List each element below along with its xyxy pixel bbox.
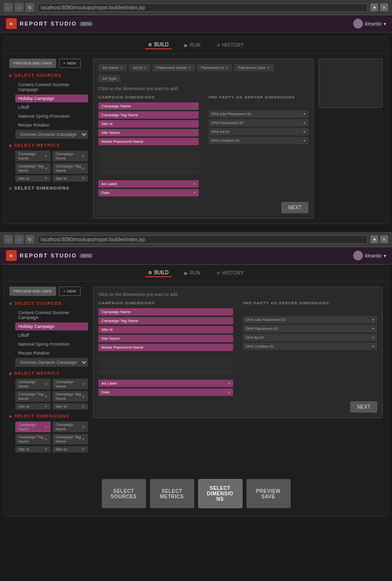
address-bar[interactable]: localhost:8080/mockups/report-builder/in… (37, 3, 367, 12)
forward-button[interactable]: → (15, 3, 24, 12)
dim-pill-right[interactable]: Campaign Tag Name ✕ (53, 434, 88, 445)
dim-dfa-ad[interactable]: DFA Ad ID ▾ (209, 128, 309, 135)
tab-history-2[interactable]: ↺ HISTORY (213, 269, 247, 277)
metric-remove-icon[interactable]: ✕ (44, 404, 48, 409)
metric-pill-left[interactable]: Campaign Tag Name ✕ (15, 163, 51, 174)
campaign-select[interactable]: Summer Dynamic Campaign (15, 130, 88, 139)
metric-pill-2-left[interactable]: Campaign Name ✕ (15, 379, 51, 389)
metric-remove-icon[interactable]: ✕ (82, 176, 85, 181)
preview-save-button[interactable]: PREVIEW AND SAVE (9, 59, 56, 68)
select-sources-action[interactable]: SELECTSOURCES (102, 479, 146, 508)
dim2-site-name[interactable]: Site Name (98, 335, 233, 342)
new-button-2[interactable]: + NEW (59, 287, 81, 296)
tab-build[interactable]: ⚙ BUILD (145, 41, 171, 49)
forward-button-2[interactable]: → (15, 235, 24, 244)
metric-pill-left[interactable]: Site Id ✕ (15, 175, 51, 182)
dim-campaign-name[interactable]: Campaign Name (98, 102, 199, 110)
campaign-item[interactable]: Content Connect Summer Campaign (15, 81, 88, 94)
metric-remove-icon[interactable]: ✕ (82, 404, 85, 409)
tab-history[interactable]: ↺ HISTORY (213, 41, 247, 49)
dim-remove-icon[interactable]: ✕ (44, 425, 48, 429)
refresh-button-2[interactable]: ↻ (26, 235, 34, 244)
metric-remove-icon[interactable]: ✕ (82, 382, 85, 387)
dim-dfa-site-placement[interactable]: DFA Site Placement ID ▾ (209, 110, 309, 118)
campaign-item[interactable]: Liftoff (15, 103, 88, 111)
campaign-item-selected[interactable]: Holiday Campaign (15, 95, 88, 102)
filter-placement-id[interactable]: Placement Id ✕ (197, 64, 232, 71)
next-button[interactable]: NEXT (281, 202, 308, 213)
select-sources-header[interactable]: ▶ SELECT SOURCES (9, 73, 88, 78)
metric-remove-icon[interactable]: ✕ (44, 394, 48, 399)
metric-remove-icon[interactable]: ✕ (44, 154, 48, 159)
dim-pill-left[interactable]: Site Id ✕ (15, 446, 51, 452)
tab-run-2[interactable]: ▶ RUN (181, 269, 204, 277)
dim-media-placement-name[interactable]: Media Placement Name (98, 138, 199, 145)
dim2-campaign-tag-name[interactable]: Campaign Tag Name (98, 317, 233, 324)
metric-pill-2-right[interactable]: Campaign Name ✕ (53, 379, 88, 389)
metric-remove-icon[interactable]: ✕ (44, 176, 48, 181)
nav-buttons[interactable]: ← → ↻ (4, 3, 34, 12)
metric-remove-icon[interactable]: ✕ (82, 394, 85, 399)
filter-remove-icon[interactable]: ✕ (188, 66, 191, 70)
select-dimensions-action[interactable]: SELECTDIMENSIONS (198, 479, 242, 508)
filter-placement-name[interactable]: Placement Name ✕ (152, 64, 195, 71)
address-bar-2[interactable]: localhost:8080/mockups/report-builder/in… (37, 235, 367, 244)
metric-remove-icon[interactable]: ✕ (82, 166, 85, 171)
dim2-ad-label[interactable]: Ad Label ▾ (98, 380, 233, 387)
metric-remove-icon[interactable]: ✕ (82, 154, 85, 159)
dim-campaign-tag-name[interactable]: Campaign Tag Name (98, 111, 199, 119)
dim-pill-left[interactable]: Campaign Name ✕ (15, 421, 51, 432)
back-button-2[interactable]: ← (4, 235, 13, 244)
dim-site-name[interactable]: Site Name (98, 129, 199, 136)
metric-remove-icon[interactable]: ✕ (44, 382, 48, 387)
select-dimensions-header[interactable]: ▶ SELECT DIMENSIONS (9, 186, 88, 191)
preview-save-button-2[interactable]: PREVIEW AND SAVE (9, 287, 56, 296)
campaign-item-2[interactable]: Recipe Rotation (15, 349, 88, 357)
dim-remove-icon[interactable]: ✕ (44, 437, 48, 442)
select-sources-header-2[interactable]: ▶ SELECT SOURCES (9, 301, 88, 306)
user-menu-icon[interactable]: ▾ (384, 21, 386, 27)
tab-build-2[interactable]: ⚙ BUILD (145, 269, 171, 277)
nav-buttons-2[interactable]: ← → ↻ (4, 235, 34, 244)
filter-remove-icon[interactable]: ✕ (267, 66, 270, 70)
dim2-date[interactable]: Date ▾ (98, 388, 233, 396)
back-button[interactable]: ← (4, 3, 13, 12)
campaign-item-2[interactable]: Liftoff (15, 331, 88, 339)
dim-date[interactable]: Date ▾ (98, 189, 199, 196)
dim-remove-icon[interactable]: ✕ (82, 447, 85, 452)
campaign-item[interactable]: Recipe Rotation (15, 121, 88, 129)
dim2-campaign-name[interactable]: Campaign Name (98, 308, 233, 316)
metric-pill-2-left[interactable]: Campaign Tag Name ✕ (15, 391, 51, 402)
dim-pill-left[interactable]: Campaign Tag Name ✕ (15, 434, 51, 445)
dim-remove-icon[interactable]: ✕ (82, 437, 85, 442)
dim2-dfa-creative[interactable]: DFA Creative ID ▾ (243, 343, 378, 350)
filter-placement-size[interactable]: Placement Size ✕ (234, 64, 274, 71)
campaign-select-2[interactable]: Summer Dynamic Campaign (15, 358, 88, 367)
campaign-item-2[interactable]: Content Connect Summer Campaign (15, 309, 88, 322)
filter-ad-type[interactable]: Ad Type (98, 75, 121, 82)
dim2-site-id[interactable]: Site Id (98, 326, 233, 333)
refresh-button[interactable]: ↻ (26, 3, 34, 12)
campaign-item-2[interactable]: National Spring Promotion (15, 340, 88, 348)
metric-pill-left[interactable]: Campaign Name ✕ (15, 151, 51, 161)
user-menu-icon-2[interactable]: ▾ (384, 253, 386, 258)
metric-pill-right[interactable]: Campaign Tag Name ✕ (53, 163, 88, 174)
dim-pill-right[interactable]: Site Id ✕ (53, 446, 88, 452)
metric-pill-right[interactable]: Site Id ✕ (53, 175, 88, 182)
filter-remove-icon[interactable]: ✕ (120, 66, 123, 70)
select-dimensions-header-2[interactable]: ▶ SELECT DIMENSIONS (9, 414, 88, 419)
dim-remove-icon[interactable]: ✕ (44, 447, 48, 452)
select-metrics-action[interactable]: SELECTMETRICS (150, 479, 194, 508)
metric-pill-right[interactable]: Campaign Name ✕ (53, 151, 88, 161)
dim-dfa-creative[interactable]: DFA Creative ID ▾ (209, 137, 309, 144)
next-button-2[interactable]: NEXT (350, 401, 377, 413)
filter-remove-icon[interactable]: ✕ (225, 66, 228, 70)
dim2-media-placement-name[interactable]: Media Placement Name (98, 344, 233, 351)
filter-remove-icon[interactable]: ✕ (144, 66, 147, 70)
select-metrics-header[interactable]: ▶ SELECT METRICS (9, 143, 88, 148)
metric-remove-icon[interactable]: ✕ (44, 166, 48, 171)
dim-pill-right[interactable]: Campaign Name ✕ (53, 421, 88, 432)
preview-save-action[interactable]: PREVIEWSAVE (246, 479, 291, 508)
dim2-dfa-placement[interactable]: DFA Placement ID ▾ (243, 325, 378, 332)
new-button[interactable]: + NEW (59, 59, 81, 68)
